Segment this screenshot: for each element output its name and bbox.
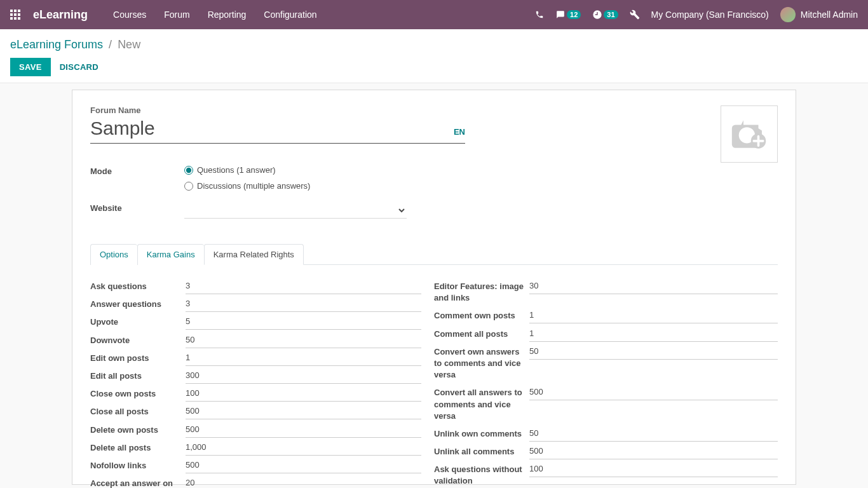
karma-input[interactable] xyxy=(186,457,421,473)
karma-row: Unlink own comments xyxy=(434,425,778,443)
form-left: Forum Name EN Mode Questions (1 answer) xyxy=(90,105,708,224)
karma-label: Upvote xyxy=(90,313,186,331)
karma-row: Accept an answer on own questions xyxy=(90,475,421,488)
mode-questions-label[interactable]: Questions (1 answer) xyxy=(197,165,276,175)
karma-input[interactable] xyxy=(529,278,778,294)
tab-karma-gains[interactable]: Karma Gains xyxy=(137,244,204,265)
form-section: Mode Questions (1 answer) Discussions (m… xyxy=(90,165,708,219)
company-selector[interactable]: My Company (San Francisco) xyxy=(651,10,769,20)
karma-row: Edit own posts xyxy=(90,349,421,367)
karma-row: Ask questions without validation xyxy=(434,461,778,488)
karma-row: Answer questions xyxy=(90,295,421,313)
name-input[interactable] xyxy=(90,116,454,143)
messages-badge: 12 xyxy=(567,10,581,19)
karma-label: Delete own posts xyxy=(90,421,186,439)
karma-input[interactable] xyxy=(529,307,778,323)
discard-button[interactable]: DISCARD xyxy=(60,62,98,72)
karma-input[interactable] xyxy=(186,385,421,402)
user-menu[interactable]: Mitchell Admin xyxy=(780,7,858,22)
karma-input[interactable] xyxy=(186,313,421,330)
karma-label: Answer questions xyxy=(90,295,186,313)
phone-icon[interactable] xyxy=(535,10,544,19)
nav-links: Courses Forum Reporting Configuration xyxy=(113,10,317,20)
user-name: Mitchell Admin xyxy=(801,10,858,20)
tab-karma-rights[interactable]: Karma Related Rights xyxy=(204,244,304,265)
save-button[interactable]: SAVE xyxy=(10,58,51,76)
karma-label: Close all posts xyxy=(90,403,186,421)
karma-col-right: Editor Features: image and linksComment … xyxy=(434,278,778,488)
nav-configuration[interactable]: Configuration xyxy=(264,10,316,20)
mode-label: Mode xyxy=(90,165,184,197)
karma-label: Accept an answer on own questions xyxy=(90,475,186,488)
karma-input[interactable] xyxy=(186,278,421,294)
karma-row: Nofollow links xyxy=(90,457,421,475)
karma-input[interactable] xyxy=(529,384,778,400)
camera-icon xyxy=(731,118,768,151)
karma-input[interactable] xyxy=(529,325,778,342)
mode-questions-radio[interactable] xyxy=(184,166,193,175)
karma-row: Comment all posts xyxy=(434,325,778,343)
karma-input[interactable] xyxy=(186,421,421,438)
brand[interactable]: eLearning xyxy=(33,8,88,22)
karma-row: Delete own posts xyxy=(90,421,421,439)
karma-label: Delete all posts xyxy=(90,439,186,457)
karma-row: Downvote xyxy=(90,332,421,349)
mode-questions: Questions (1 answer) xyxy=(184,165,407,175)
website-value xyxy=(184,202,407,219)
mode-discussions-label[interactable]: Discussions (multiple answers) xyxy=(197,181,310,191)
title-row: EN xyxy=(90,116,465,144)
name-label: Forum Name xyxy=(90,105,708,115)
karma-label: Downvote xyxy=(90,332,186,349)
karma-label: Unlink all comments xyxy=(434,443,529,461)
website-label: Website xyxy=(90,202,184,219)
mode-row: Mode Questions (1 answer) Discussions (m… xyxy=(90,165,708,197)
karma-input[interactable] xyxy=(186,295,421,312)
karma-row: Edit all posts xyxy=(90,367,421,385)
karma-label: Convert own answers to comments and vice… xyxy=(434,343,529,384)
nav-right: 12 31 My Company (San Francisco) Mitchel… xyxy=(535,7,858,22)
karma-row: Upvote xyxy=(90,313,421,331)
karma-input[interactable] xyxy=(186,349,421,366)
karma-input[interactable] xyxy=(529,443,778,459)
karma-row: Unlink all comments xyxy=(434,443,778,461)
image-upload[interactable] xyxy=(721,105,778,163)
karma-input[interactable] xyxy=(529,343,778,360)
tab-options[interactable]: Options xyxy=(90,244,137,265)
karma-input[interactable] xyxy=(186,439,421,456)
karma-label: Editor Features: image and links xyxy=(434,278,529,307)
karma-row: Delete all posts xyxy=(90,439,421,457)
subheader: eLearning Forums / New SAVE DISCARD xyxy=(0,29,868,83)
karma-label: Close own posts xyxy=(90,385,186,403)
karma-row: Close own posts xyxy=(90,385,421,403)
tabs: Options Karma Gains Karma Related Rights xyxy=(90,244,778,265)
karma-input[interactable] xyxy=(186,403,421,419)
form-sheet: Forum Name EN Mode Questions (1 answer) xyxy=(72,90,796,485)
website-select[interactable] xyxy=(184,202,407,219)
karma-label: Nofollow links xyxy=(90,457,186,475)
karma-input[interactable] xyxy=(186,475,421,488)
karma-input[interactable] xyxy=(529,425,778,442)
action-row: SAVE DISCARD xyxy=(10,58,858,76)
activities-icon[interactable]: 31 xyxy=(592,10,618,20)
karma-label: Edit all posts xyxy=(90,367,186,385)
karma-row: Editor Features: image and links xyxy=(434,278,778,307)
nav-courses[interactable]: Courses xyxy=(113,10,146,20)
breadcrumb-sep: / xyxy=(109,38,112,51)
breadcrumb-root[interactable]: eLearning Forums xyxy=(10,38,103,51)
apps-icon[interactable] xyxy=(10,10,20,20)
settings-icon[interactable] xyxy=(630,10,640,20)
nav-left: eLearning Courses Forum Reporting Config… xyxy=(10,8,317,22)
karma-col-left: Ask questionsAnswer questionsUpvoteDownv… xyxy=(90,278,434,488)
karma-input[interactable] xyxy=(186,367,421,384)
karma-label: Unlink own comments xyxy=(434,425,529,443)
karma-input[interactable] xyxy=(529,461,778,477)
karma-input[interactable] xyxy=(186,332,421,348)
mode-value: Questions (1 answer) Discussions (multip… xyxy=(184,165,407,197)
mode-discussions-radio[interactable] xyxy=(184,182,193,191)
nav-reporting[interactable]: Reporting xyxy=(208,10,247,20)
messages-icon[interactable]: 12 xyxy=(555,10,581,19)
lang-button[interactable]: EN xyxy=(454,127,465,142)
nav-forum[interactable]: Forum xyxy=(164,10,189,20)
breadcrumb-current: New xyxy=(118,38,140,51)
form-top: Forum Name EN Mode Questions (1 answer) xyxy=(90,105,778,224)
